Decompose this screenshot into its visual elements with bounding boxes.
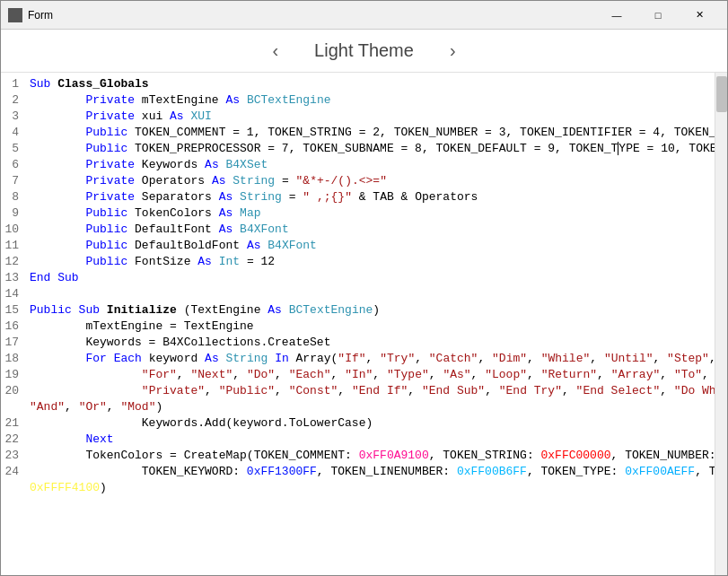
line-number: 5 xyxy=(1,141,26,157)
line-number: 13 xyxy=(1,270,26,286)
line-content: Private Keywords As B4XSet xyxy=(26,157,715,173)
line-number: 21 xyxy=(1,415,26,432)
code-line: 15Public Sub Initialize (TextEngine As B… xyxy=(1,302,715,319)
maximize-button[interactable]: □ xyxy=(637,1,679,30)
line-content: "For", "Next", "Do", "Each", "In", "Type… xyxy=(26,367,715,383)
line-content: Sub Class_Globals xyxy=(26,76,715,92)
line-number: 10 xyxy=(1,222,26,238)
code-line: 17 Keywords = B4XCollections.CreateSet xyxy=(1,335,715,351)
line-content: Public FontSize As Int = 12 xyxy=(26,254,715,270)
line-content: Public Sub Initialize (TextEngine As BCT… xyxy=(26,302,715,319)
code-line: 18 For Each keyword As String In Array("… xyxy=(1,351,715,367)
line-number: 3 xyxy=(1,109,26,125)
line-number: 18 xyxy=(1,351,26,367)
line-number: 17 xyxy=(1,335,26,351)
code-line: 3 Private xui As XUI xyxy=(1,109,715,125)
nav-bar: ‹ Light Theme › xyxy=(1,30,727,73)
code-line: 11 Public DefaultBoldFont As B4XFont xyxy=(1,238,715,254)
code-line: 21 Keywords.Add(keyword.ToLowerCase) xyxy=(1,415,715,432)
code-line: 24 TOKEN_KEYWORD: 0xFF1300FF, TOKEN_LINE… xyxy=(1,464,715,480)
line-content: Public TOKEN_PREPROCESSOR = 7, TOKEN_SUB… xyxy=(26,141,715,157)
prev-button[interactable]: ‹ xyxy=(265,37,285,65)
line-content: Private Separators As String = " ,;{}" &… xyxy=(26,189,715,205)
window-title: Form xyxy=(28,9,596,22)
code-line: 22 Next xyxy=(1,432,715,448)
code-line: 8 Private Separators As String = " ,;{}"… xyxy=(1,189,715,205)
code-line: 5 Public TOKEN_PREPROCESSOR = 7, TOKEN_S… xyxy=(1,141,715,157)
line-content: "Private", "Public", "Const", "End If", … xyxy=(26,383,715,399)
minimize-button[interactable]: — xyxy=(596,1,637,30)
line-content: 0xFFFF4100) xyxy=(26,480,715,496)
line-number: 1 xyxy=(1,76,26,92)
scrollbar[interactable] xyxy=(715,73,727,575)
close-button[interactable]: ✕ xyxy=(679,1,720,30)
line-number: 20 xyxy=(1,383,26,399)
code-line: 1Sub Class_Globals xyxy=(1,76,715,92)
app-icon xyxy=(8,8,22,22)
window-controls: — □ ✕ xyxy=(596,1,720,30)
line-number: 22 xyxy=(1,432,26,448)
line-content: Public TokenColors As Map xyxy=(26,205,715,222)
svg-rect-1 xyxy=(12,12,16,13)
line-content: Keywords.Add(keyword.ToLowerCase) xyxy=(26,415,715,432)
line-number: 7 xyxy=(1,173,26,189)
code-line: 2 Private mTextEngine As BCTextEngine xyxy=(1,92,715,109)
line-content: TOKEN_KEYWORD: 0xFF1300FF, TOKEN_LINENUM… xyxy=(26,464,715,480)
line-number: 11 xyxy=(1,238,26,254)
line-number: 12 xyxy=(1,254,26,270)
line-content: Private mTextEngine As BCTextEngine xyxy=(26,92,715,109)
code-line: 19 "For", "Next", "Do", "Each", "In", "T… xyxy=(1,367,715,383)
editor-area: 1Sub Class_Globals2 Private mTextEngine … xyxy=(1,73,727,575)
line-number: 9 xyxy=(1,205,26,222)
nav-title: Light Theme xyxy=(314,40,414,61)
code-line: 10 Public DefaultFont As B4XFont xyxy=(1,222,715,238)
code-line: 16 mTextEngine = TextEngine xyxy=(1,319,715,335)
svg-rect-0 xyxy=(10,10,21,21)
line-content: "And", "Or", "Mod") xyxy=(26,399,715,415)
code-line: "And", "Or", "Mod") xyxy=(1,399,715,415)
line-number: 23 xyxy=(1,448,26,464)
code-line: 0xFFFF4100) xyxy=(1,480,715,496)
line-content: End Sub xyxy=(26,270,715,286)
main-window: Form — □ ✕ ‹ Light Theme › 1Sub Class_Gl… xyxy=(0,0,728,576)
line-number: 8 xyxy=(1,189,26,205)
line-content: Public TOKEN_COMMENT = 1, TOKEN_STRING =… xyxy=(26,125,715,141)
code-line: 7 Private Operators As String = "&*+-/()… xyxy=(1,173,715,189)
line-number: 2 xyxy=(1,92,26,109)
code-line: 20 "Private", "Public", "Const", "End If… xyxy=(1,383,715,399)
line-content: Keywords = B4XCollections.CreateSet xyxy=(26,335,715,351)
line-number: 4 xyxy=(1,125,26,141)
code-line: 14 xyxy=(1,286,715,302)
code-line: 13End Sub xyxy=(1,270,715,286)
line-number: 15 xyxy=(1,302,26,319)
line-number: 19 xyxy=(1,367,26,383)
line-content: Public DefaultFont As B4XFont xyxy=(26,222,715,238)
code-line: 12 Public FontSize As Int = 12 xyxy=(1,254,715,270)
code-container[interactable]: 1Sub Class_Globals2 Private mTextEngine … xyxy=(1,73,715,575)
line-number: 16 xyxy=(1,319,26,335)
code-line: 9 Public TokenColors As Map xyxy=(1,205,715,222)
code-line: 23 TokenColors = CreateMap(TOKEN_COMMENT… xyxy=(1,448,715,464)
line-content: Private Operators As String = "&*+-/().<… xyxy=(26,173,715,189)
line-content: mTextEngine = TextEngine xyxy=(26,319,715,335)
line-content: Public DefaultBoldFont As B4XFont xyxy=(26,238,715,254)
line-content: Private xui As XUI xyxy=(26,109,715,125)
line-number: 14 xyxy=(1,286,26,302)
code-line: 4 Public TOKEN_COMMENT = 1, TOKEN_STRING… xyxy=(1,125,715,141)
line-content: TokenColors = CreateMap(TOKEN_COMMENT: 0… xyxy=(26,448,715,464)
line-content: Next xyxy=(26,432,715,448)
scrollbar-thumb[interactable] xyxy=(716,76,727,112)
line-content: For Each keyword As String In Array("If"… xyxy=(26,351,715,367)
code-line: 6 Private Keywords As B4XSet xyxy=(1,157,715,173)
line-number: 6 xyxy=(1,157,26,173)
next-button[interactable]: › xyxy=(443,37,463,65)
line-number: 24 xyxy=(1,464,26,480)
title-bar: Form — □ ✕ xyxy=(1,1,727,30)
